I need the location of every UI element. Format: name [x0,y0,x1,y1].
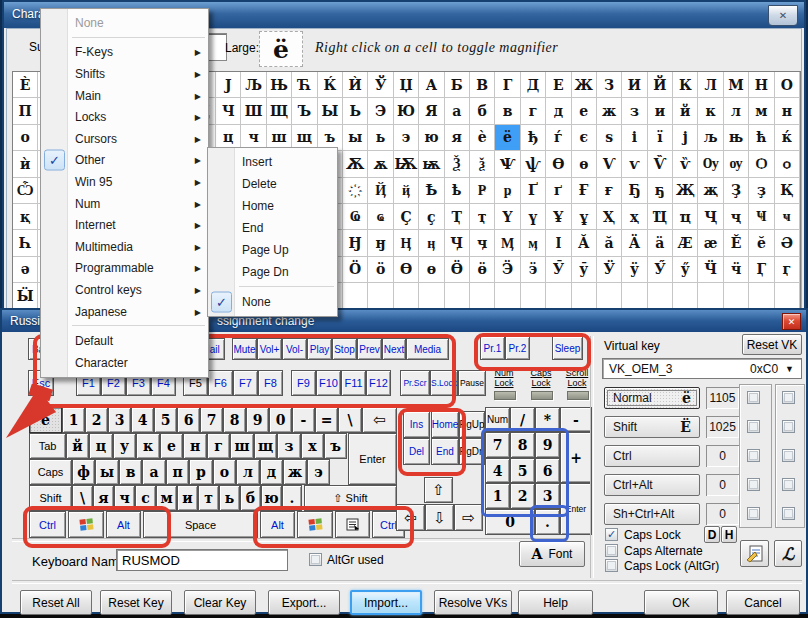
char-cell[interactable]: ҹ [775,204,800,230]
char-cell[interactable]: ұ [572,204,597,230]
char-cell[interactable]: ӳ [673,257,698,283]
char-cell[interactable]: ѝ [13,151,38,177]
char-cell[interactable]: ӯ [572,257,597,283]
char-cell[interactable]: Ӹ [13,283,38,309]
char-cell[interactable]: Ж [572,72,597,98]
key-7[interactable]: 7 [485,432,510,458]
dead-key-checkbox[interactable] [747,391,760,404]
close-icon[interactable]: ✕ [782,313,801,330]
char-cell[interactable]: Ө [394,257,419,283]
char-cell[interactable]: ю [419,125,444,151]
char-cell[interactable]: Ғ [572,178,597,204]
menu-item-num[interactable]: Num▶ [41,193,208,215]
menu-item-other[interactable]: Other✓▶ [41,150,208,172]
menu-item-insert[interactable]: Insert [208,151,337,173]
char-cell[interactable]: ӧ [368,257,393,283]
char-cell[interactable]: ѱ [521,151,546,177]
key-т[interactable]: т [198,485,219,511]
key-Pr.Scr[interactable]: Pr.Scr [400,370,430,396]
menu-item-main[interactable]: Main▶ [41,85,208,107]
menu-item-win-95[interactable]: Win 95▶ [41,171,208,193]
dead-key-checkbox[interactable] [747,478,760,491]
dead-key-button[interactable]: D [704,526,720,543]
char-cell[interactable] [343,283,368,309]
char-cell[interactable]: Ӵ [698,257,723,283]
key-Vol-[interactable]: Vol- [282,338,307,360]
key-ь[interactable]: ь [219,485,240,511]
key-о[interactable]: о [213,459,236,485]
char-cell[interactable]: Я [419,98,444,124]
char-cell[interactable]: К [673,72,698,98]
key-ж[interactable]: ж [283,459,307,485]
menu-item-locks[interactable]: Locks▶ [41,106,208,128]
key-с[interactable]: с [135,485,156,511]
char-cell[interactable]: ѻ [775,151,800,177]
key-я[interactable]: я [93,485,114,511]
char-cell[interactable]: м [749,98,774,124]
key-б[interactable]: б [240,485,261,511]
char-cell[interactable]: Ӷ [749,257,774,283]
key-PgDn[interactable]: PgDn [459,438,485,465]
menu-item-page-dn[interactable]: Page Dn [208,261,337,283]
char-cell[interactable]: Ќ [318,72,343,98]
char-cell[interactable]: ѵ [622,151,647,177]
char-cell[interactable]: ѷ [673,151,698,177]
key-Home[interactable]: Home [431,411,459,438]
key-Alt[interactable]: Alt [106,511,141,538]
char-cell[interactable]: ҕ [648,178,673,204]
char-cell[interactable]: Д [521,72,546,98]
key-\[interactable]: \ [338,407,362,433]
char-cell[interactable]: Ю [394,98,419,124]
char-cell[interactable]: Й [648,72,673,98]
key-⇨[interactable]: ⇨ [454,504,483,531]
key-Pr.1[interactable]: Pr.1 [480,336,505,360]
key-Tab[interactable]: Tab [29,433,66,459]
modifier-button-sh-ctrl-alt[interactable]: Sh+Ctrl+Alt [604,503,700,525]
dead-key-checkbox[interactable] [782,420,795,433]
char-cell[interactable] [419,283,444,309]
cancel-button[interactable]: Cancel [726,590,800,615]
char-cell[interactable]: Ҙ [724,178,749,204]
char-cell[interactable]: ә [13,257,38,283]
menu-item-control-keys[interactable]: Control keys▶ [41,279,208,301]
char-cell[interactable]: Ъ [292,98,317,124]
key-0[interactable]: 0 [269,407,292,433]
key-0[interactable]: 0 [485,509,535,535]
key-к[interactable]: к [136,433,160,459]
key-ц[interactable]: ц [89,433,113,459]
key-Del[interactable]: Del [403,438,430,465]
key-*[interactable]: * [535,407,560,432]
char-cell[interactable]: ӊ [419,230,444,256]
ligature-pen-icon-button[interactable]: ℒ [774,540,802,567]
menu-item-delete[interactable]: Delete [208,173,337,195]
char-cell[interactable]: Ӕ [673,230,698,256]
key-9[interactable]: 9 [246,407,269,433]
dead-key-checkbox[interactable] [782,449,795,462]
key-Shift[interactable]: Shift [29,485,72,511]
char-cell[interactable]: ӱ [622,257,647,283]
char-cell[interactable] [724,283,749,309]
char-cell[interactable]: е [572,98,597,124]
char-cell[interactable] [572,283,597,309]
char-cell[interactable]: г [521,98,546,124]
char-cell[interactable]: ѕ [597,125,622,151]
key-S.Lock[interactable]: S.Lock [430,370,458,396]
char-cell[interactable] [749,283,774,309]
char-cell[interactable]: ѳ [572,151,597,177]
char-cell[interactable]: Ѫ [343,151,368,177]
char-cell[interactable]: ӓ [648,230,673,256]
altgr-checkbox[interactable] [309,553,322,566]
key-⇩[interactable]: ⇩ [425,504,454,531]
char-cell[interactable]: Ҫ [394,204,419,230]
key-и[interactable]: и [177,485,198,511]
char-cell[interactable]: Л [698,72,723,98]
char-cell[interactable]: ӏ [546,230,571,256]
key-Pause[interactable]: Pause [458,370,486,396]
key-5[interactable]: 5 [154,407,177,433]
menu-item-shifts[interactable]: Shifts▶ [41,63,208,85]
char-cell[interactable]: Ӑ [572,230,597,256]
char-cell[interactable]: ѓ [546,125,571,151]
key-ш[interactable]: ш [230,433,254,459]
key-Sleep[interactable]: Sleep [552,336,583,360]
key-6[interactable]: 6 [177,407,200,433]
